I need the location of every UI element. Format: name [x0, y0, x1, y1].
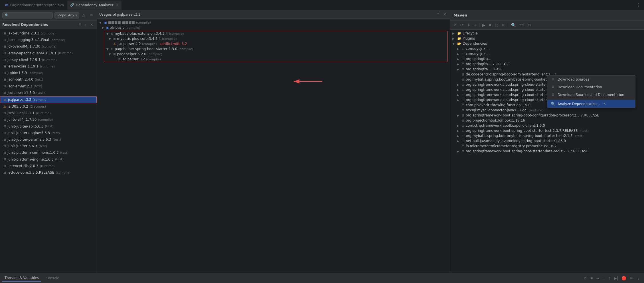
maven-run-btn[interactable]: ▶: [481, 22, 487, 28]
maven-dep-springfra1-toggle: ▶: [457, 58, 460, 61]
dep-jrobin[interactable]: ⊞ jrobin:1.5.9 (compile): [0, 70, 97, 76]
usages-expand-icon[interactable]: ⌃: [436, 12, 441, 17]
dep-jsqlparser[interactable]: ⚠ jsqlparser:3.2 (compile): [0, 96, 97, 103]
maven-debug-btn[interactable]: ◌: [494, 22, 499, 28]
maven-dep-boot-test[interactable]: ▶ ⊞ org.springframework.boot:spring-boot…: [450, 128, 644, 133]
bottom-tab-console[interactable]: Console: [43, 275, 62, 281]
dep-junit-jupiter[interactable]: ⊞ junit-jupiter:5.6.3 (test): [0, 143, 97, 149]
maven-dep-boot-config[interactable]: ▶ ⊞ org.springframework.boot:spring-boot…: [450, 113, 644, 118]
dep-jcl[interactable]: ⊞ jcl-over-slf4j:1.7.30 (compile): [0, 43, 97, 50]
maven-dep-javamelody[interactable]: ▶ ⊞ net.bull.javamelody:javamelody-sprin…: [450, 138, 644, 143]
tree-mybatis-ext[interactable]: ▼ ⊞ mybatis-plus-extension:3.4.3.4 (comp…: [104, 31, 447, 36]
maven-dep-apollo[interactable]: ▶ ⊞ com.ctrip.framework.apollo:apollo-cl…: [450, 123, 644, 128]
maven-dep-lombok[interactable]: ⊞ org.projectlombok:lombok:1.18.16: [450, 118, 644, 123]
bottom-pen-icon[interactable]: ✏: [629, 275, 634, 281]
dep-json-path[interactable]: ⊞ json-path:2.4.0 (test): [0, 76, 97, 83]
group-icon[interactable]: ⊞: [77, 22, 83, 27]
dep-jersey-apache[interactable]: ⊞ jersey-apache-client4:1.19.1 (runtime): [0, 50, 97, 57]
maven-lifecycle-toggle: ▶: [452, 32, 456, 35]
ctx-download-both[interactable]: ⬇ Download Sources and Documentation: [547, 91, 635, 99]
dep-jul[interactable]: ⊞ jul-to-slf4j:1.7.30 (compile): [0, 116, 97, 123]
maven-stop-btn[interactable]: ■: [488, 22, 492, 28]
bottom-more-icon[interactable]: ⋮: [635, 275, 642, 281]
tree-pagehelper-label: pagehelper:5.2.0: [117, 52, 146, 56]
bottom-stop-icon[interactable]: ■: [589, 275, 594, 281]
bottom-reload-icon[interactable]: ↺: [582, 275, 588, 281]
dep-junit-platform-engine[interactable]: ⊞ junit-platform-engine:1.6.3 (test): [0, 156, 97, 163]
maven-dep-springfra3-label: org.springfra...: [466, 67, 491, 71]
maven-dep-springfra1[interactable]: ▶ ⊞ org.springfra...: [450, 56, 644, 61]
bottom-step-out-icon[interactable]: ↑: [607, 275, 611, 281]
maven-dependencies-toggle: ▼: [452, 42, 456, 45]
tree-mybatis-core[interactable]: ▼ ⊞ mybatis-plus-core:3.4.3.4 (compile): [104, 36, 447, 41]
scope-select[interactable]: Scope: Any ▼: [54, 12, 79, 19]
dep-junit-engine[interactable]: ⊞ junit-jupiter-engine:5.6.3 (test): [0, 130, 97, 136]
maven-dep-micrometer[interactable]: ⊞ io.micrometer:micrometer-registry-prom…: [450, 143, 644, 149]
bottom-tab-threads[interactable]: Threads & Variables: [2, 275, 41, 282]
close-panel-icon[interactable]: ✕: [89, 22, 94, 27]
dep-latency[interactable]: ⊞ LatencyUtils:2.0.3 (runtime): [0, 163, 97, 169]
maven-layout-btn[interactable]: ≡≡: [518, 22, 525, 28]
eye-icon[interactable]: 👁: [88, 13, 94, 18]
maven-download-btn[interactable]: ⬇: [466, 22, 472, 28]
dep-jsonassert[interactable]: ⊞ jsonassert:1.5.0 (test): [0, 90, 97, 96]
bottom-step-over-icon[interactable]: ⇥: [595, 275, 601, 281]
tab-dependency[interactable]: 🔗 Dependency Analyzer ✕: [67, 1, 121, 10]
sort-asc-icon[interactable]: ↑: [84, 22, 88, 27]
usages-close-icon[interactable]: ✕: [442, 12, 447, 17]
tree-jsqlparser-32[interactable]: ⊞ jsqlparser:3.2 (compile): [104, 57, 447, 62]
maven-dep-mysql[interactable]: ⊞ mysql:mysql-connector-java:8.0.22 (run…: [450, 108, 644, 113]
tab-pagination[interactable]: m PaginationInnerInterceptor.java: [2, 1, 67, 10]
ctx-download-sources[interactable]: ⬇ Download Sources: [547, 75, 635, 83]
dep-jaxb[interactable]: ⊞ jaxb-runtime:2.3.3 (compile): [0, 30, 97, 37]
scope-label: Scope: Any: [56, 13, 74, 17]
maven-dep-micrometer-icon: ⊞: [462, 144, 464, 148]
maven-cancel-btn[interactable]: ✕: [501, 22, 506, 28]
maven-dep-springfra2[interactable]: ▶ ⊞ org.springfra... 7.RELEASE: [450, 61, 644, 67]
dep-junit-params[interactable]: ⊞ junit-jupiter-params:5.6.3 (test): [0, 136, 97, 143]
bottom-run-cursor-icon[interactable]: ▶|: [613, 275, 619, 281]
dep-jsr311[interactable]: ⊞ jsr311-api:1.1.1 (runtime): [0, 110, 97, 116]
maven-search-btn[interactable]: 🔍: [510, 22, 517, 28]
ctx-analyze-deps[interactable]: 🔍 Analyze Dependencies... ↖: [547, 100, 635, 108]
maven-plugins-folder-icon: 📁: [457, 37, 461, 40]
tree-pagehelper[interactable]: ▼ ⊞ pagehelper:5.2.0 (compile): [104, 52, 447, 57]
bottom-evaluate-icon[interactable]: 🔴: [620, 275, 627, 281]
maven-plugins[interactable]: ▶ 📁 Plugins: [450, 36, 644, 41]
dep-jersey-client[interactable]: ⊞ jersey-client:1.19.1 (runtime): [0, 57, 97, 63]
maven-refresh-btn[interactable]: ↺: [452, 22, 458, 28]
tree-xkbasic[interactable]: ▼ ▣ xk-basic (compile): [97, 25, 450, 30]
search-input[interactable]: 🔍: [2, 12, 53, 19]
dep-junit-commons[interactable]: ⊞ junit-platform-commons:1.6.3 (test): [0, 149, 97, 156]
maven-add-btn[interactable]: +: [473, 22, 477, 28]
dep-jboss[interactable]: ⊞ jboss-logging:3.4.1.Final (compile): [0, 37, 97, 43]
maven-dep-dycjr1[interactable]: ▶ ⊞ com.dycjr.xi...: [450, 46, 644, 51]
maven-dep-mybatis-test[interactable]: ▶ ⊞ org.mybatis.spring.boot:mybatis-spri…: [450, 133, 644, 138]
middle-panel: Usages of jsqlparser:3.2 ⌃ ✕ ▼ ▣ ■■■■ ■■…: [97, 10, 450, 273]
tree-pagehelper-starter[interactable]: ▼ ⊞ pagehelper-spring-boot-starter:1.3.0…: [104, 46, 447, 52]
maven-dep-springfra3[interactable]: ▶ ⊞ org.springfra... LEASE: [450, 67, 644, 72]
tree-jsql-conflict[interactable]: ⚠ jsqlparser:4.2 (compile) conflict with…: [104, 41, 447, 46]
dep-jsr311-icon: ⊞: [3, 111, 6, 116]
maven-settings-btn[interactable]: ⚙: [526, 22, 532, 28]
dep-jersey-core[interactable]: ⊞ jersey-core:1.19.1 (runtime): [0, 63, 97, 70]
bottom-step-into-icon[interactable]: ↓: [602, 275, 606, 281]
tab-more-button[interactable]: ⋮: [635, 1, 642, 9]
maven-lifecycle[interactable]: ▶ 📁 Lifecycle: [450, 31, 644, 36]
dep-junit-api[interactable]: ⊞ junit-jupiter-api:5.6.3 (test): [0, 123, 97, 130]
dep-lettuce[interactable]: ⊞ lettuce-core:5.3.5.RELEASE (compile): [0, 169, 97, 176]
dep-jersey-core-icon: ⊞: [3, 64, 6, 69]
tree-mybatis-ext-toggle: ▼: [106, 32, 110, 35]
tree-pagehelper-starter-label: pagehelper-spring-boot-starter:1.3.0: [115, 47, 177, 51]
dep-jsr305[interactable]: ⚠ jsr305:3.0.2 (2 scopes): [0, 103, 97, 110]
dep-json-smart[interactable]: ⊞ json-smart:2.3 (test): [0, 83, 97, 90]
tab-dependency-close[interactable]: ✕: [116, 3, 118, 7]
maven-dep-dycjr2[interactable]: ▶ ⊞ com.dycjr.xi...: [450, 51, 644, 56]
maven-dependencies[interactable]: ▼ 📂 Dependencies: [450, 41, 644, 46]
maven-reload-btn[interactable]: ⟳: [459, 22, 465, 28]
maven-dep-mybatis-test-label: org.mybatis.spring.boot:mybatis-spring-b…: [466, 134, 572, 138]
warning-icon[interactable]: ⚠: [81, 13, 87, 18]
maven-dep-redis[interactable]: ▶ ⊞ org.springframework.boot:spring-boot…: [450, 149, 644, 154]
ctx-download-docs[interactable]: ⬇ Download Documentation: [547, 83, 635, 91]
tree-root[interactable]: ▼ ▣ ■■■■ ■■■■ (compile): [97, 20, 450, 25]
